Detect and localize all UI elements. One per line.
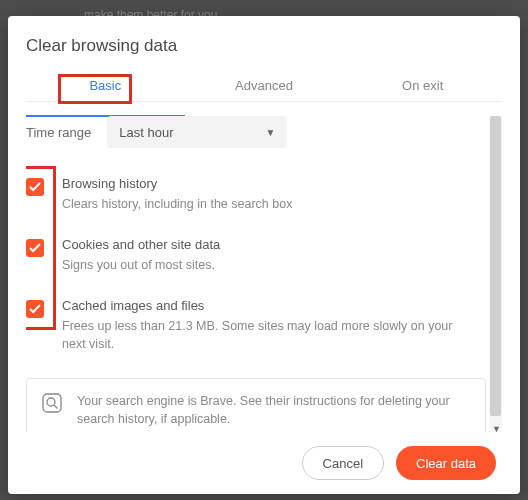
option-text: Cached images and files Frees up less th…	[62, 298, 462, 353]
svg-line-2	[54, 405, 58, 409]
dialog-title: Clear browsing data	[26, 36, 502, 56]
option-title: Cached images and files	[62, 298, 462, 313]
option-title: Browsing history	[62, 176, 292, 191]
clear-data-button[interactable]: Clear data	[396, 446, 496, 480]
time-range-value: Last hour	[119, 125, 173, 140]
tab-advanced[interactable]: Advanced	[185, 70, 344, 101]
dialog-footer: Cancel Clear data	[26, 432, 502, 480]
svg-rect-0	[43, 394, 61, 412]
option-desc: Clears history, including in the search …	[62, 195, 292, 213]
scrollbar-down-icon[interactable]: ▼	[492, 424, 501, 432]
dialog-scrollarea[interactable]: Time range Last hour ▼ Browsing history …	[26, 116, 490, 432]
option-cached[interactable]: Cached images and files Frees up less th…	[26, 298, 486, 353]
checkmark-icon	[29, 181, 41, 193]
option-title: Cookies and other site data	[62, 237, 220, 252]
checkmark-icon	[29, 303, 41, 315]
option-cookies[interactable]: Cookies and other site data Signs you ou…	[26, 237, 486, 274]
scrollbar-track[interactable]: ▼	[489, 116, 502, 432]
tab-on-exit[interactable]: On exit	[343, 70, 502, 101]
search-engine-info-text: Your search engine is Brave. See their i…	[77, 392, 471, 430]
time-range-select[interactable]: Last hour ▼	[107, 116, 287, 148]
scrollbar-thumb[interactable]	[490, 116, 501, 416]
cancel-button[interactable]: Cancel	[302, 446, 384, 480]
dialog-body: Time range Last hour ▼ Browsing history …	[26, 116, 502, 432]
option-text: Browsing history Clears history, includi…	[62, 176, 292, 213]
option-desc: Frees up less than 21.3 MB. Some sites m…	[62, 317, 462, 353]
checkbox-cookies[interactable]	[26, 239, 44, 257]
option-text: Cookies and other site data Signs you ou…	[62, 237, 220, 274]
tab-basic[interactable]: Basic	[26, 70, 185, 101]
checkmark-icon	[29, 242, 41, 254]
option-desc: Signs you out of most sites.	[62, 256, 220, 274]
time-range-row: Time range Last hour ▼	[26, 116, 486, 148]
dialog-tabs: Basic Advanced On exit	[26, 70, 502, 102]
chevron-down-icon: ▼	[265, 127, 275, 138]
search-engine-info: Your search engine is Brave. See their i…	[26, 378, 486, 433]
clear-browsing-data-dialog: Clear browsing data Basic Advanced On ex…	[8, 16, 520, 494]
checkbox-cached[interactable]	[26, 300, 44, 318]
checkbox-browsing-history[interactable]	[26, 178, 44, 196]
svg-point-1	[47, 398, 55, 406]
time-range-label: Time range	[26, 125, 91, 140]
search-info-icon	[41, 392, 63, 414]
option-browsing-history[interactable]: Browsing history Clears history, includi…	[26, 176, 486, 213]
